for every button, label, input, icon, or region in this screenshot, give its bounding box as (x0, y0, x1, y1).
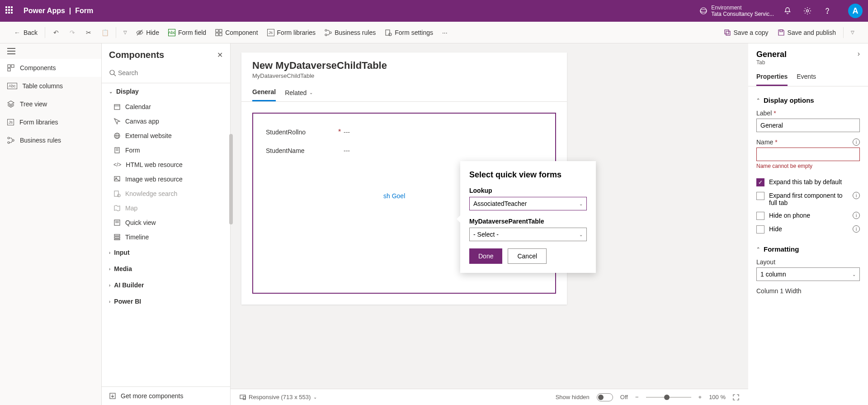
info-icon[interactable]: i (853, 225, 860, 233)
group-display[interactable]: ⌄Display (102, 83, 230, 100)
row-rollno[interactable]: StudentRollno * --- (262, 123, 546, 142)
item-knowledge[interactable]: Knowledge search (102, 186, 230, 201)
chevron-right-icon[interactable]: › (858, 50, 860, 58)
properties-panel: General Tab › Properties Events ⌃Display… (748, 43, 868, 405)
save-icon (778, 29, 785, 36)
nav-table-columns[interactable]: AbcTable columns (0, 77, 101, 95)
item-calendar[interactable]: Calendar (102, 100, 230, 114)
chk-expand-default[interactable]: ✓Expand this tab by default (756, 176, 860, 189)
group-input[interactable]: ›Input (102, 244, 230, 261)
form-libraries-button[interactable]: JsForm libraries (263, 26, 321, 39)
svg-rect-15 (725, 30, 729, 34)
item-quickview[interactable]: Quick view (102, 215, 230, 230)
left-nav: Components AbcTable columns Tree view Js… (0, 43, 102, 405)
chk-hide[interactable]: Hidei (756, 223, 860, 236)
group-ai[interactable]: ›AI Builder (102, 277, 230, 293)
nav-business-rules[interactable]: Business rules (0, 131, 101, 149)
gear-icon[interactable] (803, 6, 812, 15)
item-canvas[interactable]: Canvas app (102, 114, 230, 129)
props-subtitle: Tab (756, 59, 787, 66)
cut-button[interactable]: ✂ (80, 26, 97, 39)
item-map[interactable]: Map (102, 201, 230, 215)
back-button[interactable]: ←Back (9, 26, 42, 39)
item-form[interactable]: Form (102, 143, 230, 157)
lookup-select[interactable]: AssociatedTeacher⌄ (469, 197, 587, 210)
label-input[interactable] (756, 119, 860, 132)
tab-general[interactable]: General (252, 88, 276, 101)
business-rules-button[interactable]: Business rules (320, 26, 380, 39)
header-title: Power Apps | Form (24, 7, 93, 15)
hide-button[interactable]: Hide (132, 26, 164, 39)
svg-rect-7 (219, 29, 222, 32)
help-icon[interactable] (823, 6, 832, 15)
info-icon[interactable]: i (853, 192, 860, 199)
svg-rect-36 (114, 191, 118, 196)
item-image[interactable]: Image web resource (102, 172, 230, 186)
item-timeline[interactable]: Timeline (102, 230, 230, 244)
hamburger-button[interactable] (0, 43, 101, 59)
svg-rect-19 (11, 65, 14, 67)
more-button[interactable]: ··· (438, 26, 452, 39)
info-icon[interactable]: i (853, 212, 860, 219)
form-settings-button[interactable]: Form settings (380, 26, 438, 39)
save-and-publish-button[interactable]: Save and publish (773, 26, 840, 39)
save-a-copy-button[interactable]: Save a copy (719, 26, 773, 39)
zoom-slider[interactable] (646, 397, 691, 398)
fit-icon[interactable] (733, 394, 739, 400)
waffle-icon[interactable] (5, 6, 14, 15)
done-button[interactable]: Done (469, 248, 502, 264)
item-external[interactable]: External website (102, 129, 230, 143)
show-hidden-toggle[interactable] (597, 393, 613, 401)
form-title: New MyDataverseChildTable (252, 60, 556, 71)
tab-properties[interactable]: Properties (756, 73, 788, 86)
group-media[interactable]: ›Media (102, 261, 230, 277)
parent-select[interactable]: - Select -⌄ (469, 228, 587, 241)
svg-point-10 (325, 29, 327, 31)
components-title: Components (109, 50, 164, 60)
get-more-components[interactable]: Get more components (102, 386, 230, 405)
tab-events[interactable]: Events (797, 73, 816, 86)
svg-rect-9 (219, 33, 222, 36)
zoom-out[interactable]: − (635, 394, 639, 400)
row-name[interactable]: StudentName --- (262, 142, 546, 160)
save-dropdown[interactable]: ▽ (846, 27, 859, 38)
form-field-button[interactable]: AbcForm field (164, 26, 211, 39)
paste-button[interactable]: 📋 (97, 26, 113, 39)
zoom-in[interactable]: + (698, 394, 702, 400)
tab-related[interactable]: Related⌄ (285, 88, 313, 101)
nav-components[interactable]: Components (0, 59, 101, 77)
chk-expand-first[interactable]: Expand first component to full tabi (756, 189, 860, 209)
props-title: General (756, 50, 787, 59)
undo-button[interactable]: ↶ (48, 26, 64, 39)
search-input[interactable] (116, 67, 223, 78)
close-icon[interactable]: ✕ (217, 51, 223, 59)
nav-form-libraries[interactable]: JsForm libraries (0, 113, 101, 131)
import-icon (109, 392, 116, 400)
item-html[interactable]: </>HTML web resource (102, 157, 230, 172)
chevron-down-button[interactable]: ▽ (119, 27, 132, 38)
environment-picker[interactable]: EnvironmentTata Consultancy Servic... (699, 5, 774, 18)
section-display[interactable]: ⌃Display options (756, 96, 860, 104)
svg-point-2 (807, 10, 809, 12)
cut-icon: ✂ (85, 29, 92, 36)
info-icon[interactable]: i (853, 138, 860, 146)
section-formatting[interactable]: ⌃Formatting (756, 245, 860, 253)
chk-hide-phone[interactable]: Hide on phonei (756, 209, 860, 223)
nav-tree-view[interactable]: Tree view (0, 95, 101, 113)
group-powerbi[interactable]: ›Power BI (102, 293, 230, 310)
components-panel: Components ✕ ⌄Display Calendar Canvas ap… (102, 43, 231, 405)
name-input[interactable] (756, 148, 860, 161)
components-search[interactable] (102, 65, 230, 83)
component-button[interactable]: Component (211, 26, 262, 39)
bell-icon[interactable] (783, 6, 792, 15)
svg-rect-20 (8, 68, 10, 71)
redo-button[interactable]: ↷ (64, 26, 80, 39)
responsive-indicator[interactable]: Responsive (713 x 553)⌄ (240, 394, 317, 400)
code-icon: </> (113, 162, 121, 168)
user-avatar[interactable]: A (848, 4, 863, 18)
svg-rect-8 (216, 33, 218, 36)
svg-rect-18 (8, 65, 10, 67)
cancel-button[interactable]: Cancel (508, 248, 547, 264)
layout-select[interactable]: 1 column⌄ (756, 267, 860, 281)
svg-rect-16 (726, 31, 730, 35)
